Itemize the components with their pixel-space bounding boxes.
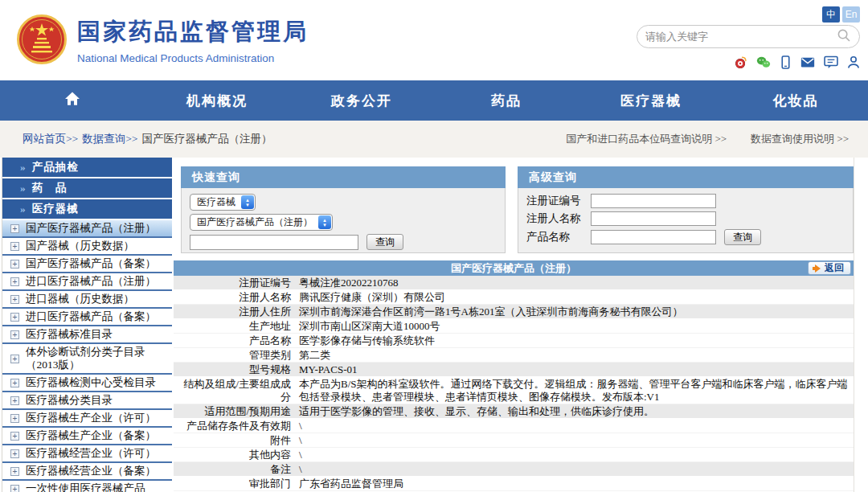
sidebar-header-label: 药 品 [32, 182, 68, 194]
detail-row-value: 第二类 [296, 348, 854, 362]
home-icon [64, 94, 80, 109]
nav-item-5[interactable]: 化妆品 [723, 92, 868, 110]
advanced-field-input[interactable] [591, 230, 716, 244]
sidebar-item-label: 进口医疗器械产品（注册） [26, 275, 156, 288]
category-select[interactable]: 医疗器械 ▲▼ [190, 194, 256, 211]
help-link[interactable]: 数据查询使用说明 >> [751, 132, 849, 146]
quick-query-panel: 快速查询 医疗器械 ▲▼ 国产医疗器械产品（注册） ▲▼ [181, 166, 506, 253]
advanced-field-row: 产品名称查询 [526, 229, 845, 245]
sidebar-item-13[interactable]: +医疗器械生产企业（许可） [2, 410, 172, 428]
detail-row: 注册人名称腾讯医疗健康（深圳）有限公司 [174, 290, 854, 305]
detail-row: 备注\ [174, 462, 854, 477]
detail-row-label: 注册人名称 [174, 290, 296, 304]
detail-row-value: 本产品为B/S架构的科室级软件。通过网络下载交付。逻辑组成：服务器端、管理平台客… [296, 377, 854, 404]
advanced-field-input[interactable] [591, 194, 716, 208]
detail-row: 注册人住所深圳市前海深港合作区前湾一路1号A栋201室（入驻深圳市前海商务秘书有… [174, 305, 854, 319]
detail-row-label: 注册证编号 [174, 276, 296, 289]
detail-row-label: 型号规格 [174, 363, 296, 376]
lang-zh-button[interactable]: 中 [822, 6, 840, 23]
sidebar-item-5[interactable]: +国产医疗器械产品（备案） [2, 256, 172, 273]
sidebar-item-17[interactable]: +一次性使用医疗器械产品 [2, 481, 172, 492]
sidebar-header-label: 产品抽检 [32, 161, 79, 173]
search-icon[interactable] [837, 28, 851, 46]
sidebar-header-label: 医疗器械 [32, 203, 79, 215]
advanced-field-label: 注册人名称 [526, 211, 591, 226]
sidebar-item-15[interactable]: +医疗器械经营企业（许可） [2, 445, 172, 463]
detail-row-label: 备注 [174, 462, 296, 476]
sidebar-header-2[interactable]: »医疗器械 [2, 199, 172, 219]
message-icon[interactable] [824, 55, 838, 69]
wechat-icon[interactable] [756, 55, 771, 69]
sidebar-item-label: 医疗器械经营企业（备案） [26, 465, 156, 478]
detail-row-value: 广东省药品监督管理局 [296, 477, 854, 490]
device-detail-table: 国产医疗器械产品（注册） 返回 注册证编号粤械注准20202210768注册人名… [174, 260, 854, 491]
detail-row: 其他内容\ [174, 448, 854, 462]
sidebar-item-14[interactable]: +医疗器械生产企业（备案） [2, 428, 172, 445]
detail-row: 管理类别第二类 [174, 348, 854, 363]
sidebar-item-3[interactable]: +国产医疗器械产品（注册） [2, 220, 172, 238]
detail-row-label: 审批部门 [174, 477, 296, 490]
dataset-select-value: 国产医疗器械产品（注册） [197, 215, 313, 229]
lang-en-button[interactable]: En [842, 6, 860, 23]
sidebar-item-11[interactable]: +医疗器械检测中心受检目录 [2, 375, 172, 392]
detail-row-label: 适用范围/预期用途 [174, 404, 296, 418]
breadcrumb-separator: >> [125, 133, 137, 145]
sidebar-item-9[interactable]: +医疗器械标准目录 [2, 326, 172, 344]
chevrons-icon: » [20, 203, 27, 215]
user-icon[interactable] [847, 55, 860, 69]
mobile-icon[interactable] [780, 55, 792, 69]
detail-row-value: \ [296, 433, 854, 447]
detail-row-value: 粤械注准20202210768 [296, 276, 854, 289]
quick-query-button[interactable]: 查询 [366, 234, 403, 250]
breadcrumb-link[interactable]: 网站首页 [23, 133, 66, 145]
weibo-icon[interactable] [734, 55, 747, 69]
expand-plus-icon: + [10, 295, 19, 304]
quick-query-title: 快速查询 [181, 166, 506, 188]
expand-plus-icon: + [10, 379, 19, 387]
nav-item-3[interactable]: 药品 [434, 92, 579, 110]
sidebar-item-label: 医疗器械生产企业（许可） [26, 412, 156, 424]
nav-item-home[interactable] [0, 92, 145, 110]
sidebar-item-label: 体外诊断试剂分类子目录（2013版） [26, 346, 169, 371]
breadcrumb-link[interactable]: 数据查询 [82, 133, 125, 145]
breadcrumb-separator: >> [66, 133, 78, 145]
main-column: 快速查询 医疗器械 ▲▼ 国产医疗器械产品（注册） ▲▼ [172, 158, 854, 492]
back-button[interactable]: 返回 [808, 261, 851, 275]
site-title: 国家药品监督管理局 [77, 16, 309, 48]
detail-row-value: 医学影像存储与传输系统软件 [296, 334, 854, 347]
nav-item-4[interactable]: 医疗器械 [579, 92, 723, 110]
sidebar-item-7[interactable]: +进口器械（历史数据） [2, 291, 172, 309]
detail-row-value: 腾讯医疗健康（深圳）有限公司 [296, 290, 854, 304]
site-search [637, 25, 860, 48]
nav-item-1[interactable]: 机构概况 [145, 92, 289, 110]
breadcrumb-current: 国产医疗器械产品（注册） [141, 133, 272, 145]
search-input[interactable] [645, 31, 837, 43]
breadcrumb-strip: 网站首页>>数据查询>>国产医疗器械产品（注册） 国产和进口药品本位码查询说明 … [0, 121, 868, 158]
sidebar-item-6[interactable]: +进口医疗器械产品（注册） [2, 273, 172, 291]
detail-row-value: \ [296, 462, 854, 476]
chevrons-icon: » [20, 161, 27, 173]
sidebar-header-1[interactable]: »药 品 [2, 178, 172, 198]
detail-row-label: 产品储存条件及有效期 [174, 419, 296, 433]
sidebar-item-4[interactable]: +国产器械（历史数据） [2, 238, 172, 256]
advanced-query-button[interactable]: 查询 [724, 229, 761, 245]
dataset-select[interactable]: 国产医疗器械产品（注册） ▲▼ [190, 214, 333, 231]
expand-plus-icon: + [10, 277, 19, 286]
mail-icon[interactable] [800, 56, 815, 68]
expand-plus-icon: + [10, 313, 19, 322]
sidebar-item-10[interactable]: +体外诊断试剂分类子目录（2013版） [2, 344, 172, 375]
help-link[interactable]: 国产和进口药品本位码查询说明 >> [566, 132, 727, 146]
advanced-field-input[interactable] [591, 211, 716, 226]
detail-row: 产品储存条件及有效期\ [174, 419, 854, 433]
quick-query-input[interactable] [190, 235, 358, 250]
site-subtitle: National Medical Products Administration [77, 52, 309, 64]
sidebar-item-12[interactable]: +医疗器械分类目录 [2, 392, 172, 410]
expand-plus-icon: + [10, 449, 19, 458]
advanced-query-title: 高级查询 [518, 166, 854, 188]
sidebar-header-0[interactable]: »产品抽检 [2, 158, 172, 177]
sidebar-item-8[interactable]: +进口医疗器械产品（备案） [2, 309, 172, 326]
sidebar-item-label: 国产器械（历史数据） [26, 240, 134, 252]
nav-item-2[interactable]: 政务公开 [289, 92, 434, 110]
sidebar-item-16[interactable]: +医疗器械经营企业（备案） [2, 463, 172, 481]
site-header: 国家药品监督管理局 National Medical Products Admi… [0, 0, 868, 80]
